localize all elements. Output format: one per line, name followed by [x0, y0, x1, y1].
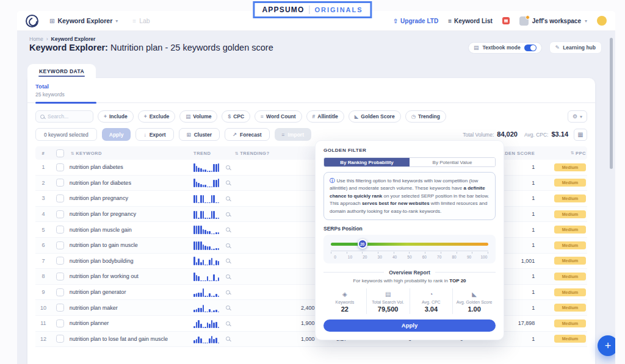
magnifier-icon[interactable]: [226, 305, 230, 310]
filter-cpc-button[interactable]: $CPC: [222, 110, 250, 123]
notifications-icon[interactable]: [502, 17, 510, 24]
row-checkbox[interactable]: [56, 194, 64, 202]
table-settings-button[interactable]: ⚙ ▾: [568, 110, 587, 123]
ppc-badge[interactable]: Medium: [554, 194, 586, 202]
user-avatar[interactable]: [597, 16, 607, 26]
row-checkbox[interactable]: [56, 241, 64, 249]
magnifier-icon[interactable]: [226, 165, 230, 170]
filter-include-button[interactable]: +Include: [98, 110, 134, 123]
magnifier-icon[interactable]: [226, 180, 230, 185]
ppc-badge[interactable]: Medium: [554, 226, 586, 234]
magnifier-icon[interactable]: [226, 259, 230, 263]
vertical-scrollbar[interactable]: [610, 38, 613, 169]
keyword-cell[interactable]: nutrition plan to lose fat and gain musc…: [70, 336, 193, 342]
column-header-keyword[interactable]: ⇅KEYWORD: [70, 151, 193, 156]
keyword-cell[interactable]: nutrition plan maker: [70, 305, 193, 311]
magnifier-icon[interactable]: [226, 274, 230, 279]
sort-icon: ⇅: [235, 151, 239, 155]
breadcrumb-home[interactable]: Home: [29, 36, 43, 42]
magnifier-icon[interactable]: [226, 212, 230, 216]
row-checkbox[interactable]: [56, 273, 64, 280]
row-checkbox[interactable]: [56, 226, 64, 234]
row-checkbox[interactable]: [56, 288, 64, 296]
filter-golden-score-button[interactable]: ◣Golden Score: [349, 110, 401, 123]
row-checkbox[interactable]: [56, 335, 64, 343]
column-header-ppc[interactable]: ⇅PPC: [535, 151, 587, 156]
nav-lab[interactable]: ≡ Lab: [132, 17, 150, 24]
keyword-list-link[interactable]: ≡ Keyword List: [448, 18, 493, 24]
keyword-cell[interactable]: nutrition plan bodybuilding: [70, 258, 193, 264]
filter-trending-button[interactable]: ◷Trending: [405, 110, 446, 123]
keyword-cell[interactable]: nutrition plan for pregnancy: [70, 211, 193, 217]
magnifier-icon[interactable]: [226, 243, 230, 248]
ppc-badge[interactable]: Medium: [554, 210, 586, 218]
filter-allintitle-button[interactable]: #Allintitle: [306, 110, 344, 123]
slider-track[interactable]: 20: [331, 243, 488, 246]
add-floating-button[interactable]: +: [598, 335, 615, 356]
textbook-mode-toggle[interactable]: ▤ Textbook mode: [468, 42, 542, 54]
magnifier-icon[interactable]: [226, 290, 230, 294]
filter-trending-label: Trending: [418, 113, 440, 120]
tab-keyword-data[interactable]: KEYWORD DATA: [27, 64, 96, 79]
row-checkbox[interactable]: [56, 179, 64, 187]
keyword-cell[interactable]: nutrition plan to gain muscle: [70, 242, 193, 248]
keyword-cell[interactable]: nutrition plan pregnancy: [70, 195, 193, 201]
ppc-badge[interactable]: Medium: [554, 304, 586, 312]
tab-by-potential-value[interactable]: By Potential Value: [410, 158, 495, 166]
toggle-switch[interactable]: [524, 45, 536, 51]
magnifier-icon[interactable]: [226, 227, 230, 232]
filter-volume-button[interactable]: ▤Volume: [179, 110, 217, 123]
ppc-badge[interactable]: Medium: [554, 273, 586, 280]
row-checkbox[interactable]: [56, 210, 64, 218]
upgrade-ltd-link[interactable]: ⇧ Upgrade LTD: [393, 18, 438, 24]
row-checkbox[interactable]: [56, 319, 64, 327]
cluster-button[interactable]: ⊞Cluster: [179, 128, 220, 141]
magnifier-icon[interactable]: [226, 321, 230, 326]
trend-bar: [215, 294, 217, 296]
keyword-cell[interactable]: nutrition planner: [70, 320, 193, 326]
info-text: Use this filtering option to find keywor…: [330, 178, 489, 214]
nav-keyword-explorer[interactable]: ⊞ Keyword Explorer ▾: [49, 17, 118, 24]
column-header-trending-[interactable]: ⇅TRENDING?: [234, 151, 267, 156]
forecast-button[interactable]: ↗Forecast: [225, 128, 270, 141]
row-checkbox[interactable]: [56, 304, 64, 312]
keyword-cell[interactable]: nutrition plan diabetes: [70, 164, 193, 170]
column-header--[interactable]: #: [35, 151, 51, 156]
row-checkbox[interactable]: [56, 163, 64, 171]
learning-hub-button[interactable]: ✎ Learning hub: [549, 41, 602, 54]
ppc-badge[interactable]: Medium: [554, 179, 586, 187]
search-input[interactable]: Search...: [35, 110, 93, 123]
table-row: 4nutrition plan for pregnancy1Medium: [35, 207, 587, 223]
export-button[interactable]: ↓Export: [135, 128, 173, 141]
column-header-trend[interactable]: TREND: [193, 151, 223, 156]
trend-bar: [207, 218, 209, 218]
ppc-badge[interactable]: Medium: [554, 241, 586, 249]
grid-view-button[interactable]: ▦: [574, 129, 587, 141]
ppc-badge[interactable]: Medium: [554, 288, 586, 296]
keyword-cell[interactable]: nutrition plan generator: [70, 289, 193, 295]
subtab-total[interactable]: Total 25 keywords: [35, 83, 65, 98]
ppc-badge[interactable]: Medium: [554, 163, 586, 171]
stat-label: Avg. CPC: [410, 300, 453, 304]
keyword-cell[interactable]: nutrition plan for diabetes: [70, 180, 193, 186]
trend-sparkline: [193, 303, 223, 312]
ppc-badge[interactable]: Medium: [554, 319, 586, 327]
select-all-checkbox[interactable]: [56, 149, 64, 157]
magnifier-icon[interactable]: [226, 196, 230, 201]
trend-bar: [196, 322, 198, 328]
ppc-badge[interactable]: Medium: [554, 257, 586, 265]
tick-label: 80: [450, 255, 458, 259]
workspace-switcher[interactable]: Jeff's workspace ▾: [519, 16, 587, 26]
filter-word-count-button[interactable]: ≡Word Count: [255, 110, 302, 123]
keyword-cell[interactable]: nutrition plan muscle gain: [70, 227, 193, 233]
magnifier-icon[interactable]: [226, 337, 230, 341]
tab-by-ranking-probability[interactable]: By Ranking Probability: [324, 158, 410, 166]
ppc-badge[interactable]: Medium: [554, 335, 586, 343]
trend-bar: [193, 340, 195, 344]
app-logo-icon[interactable]: [26, 15, 38, 27]
row-checkbox[interactable]: [56, 257, 64, 265]
keyword-cell[interactable]: nutrition plan for working out: [70, 273, 193, 279]
filter-exclude-button[interactable]: +Exclude: [138, 110, 176, 123]
apply-filter-button[interactable]: Apply: [323, 319, 496, 332]
slider-handle[interactable]: 20: [358, 239, 367, 249]
